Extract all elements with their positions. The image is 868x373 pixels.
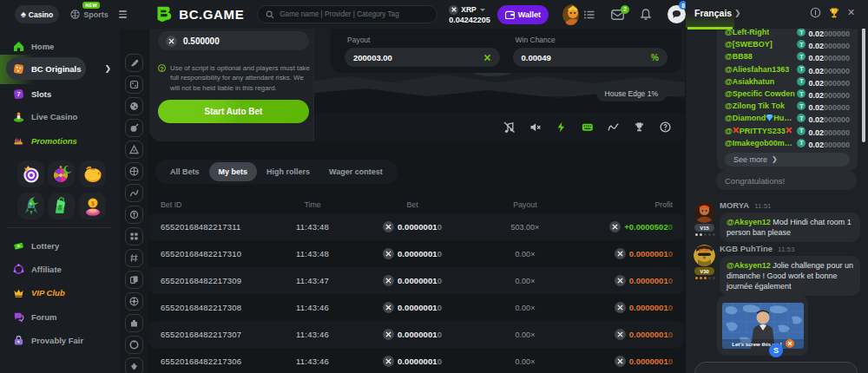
user-avatar[interactable] bbox=[562, 4, 579, 25]
hotkeys-keyboard-icon[interactable] bbox=[582, 121, 593, 133]
chat-language-tab[interactable]: Français bbox=[694, 8, 732, 18]
tab-my-bets[interactable]: My bets bbox=[209, 162, 258, 181]
sidebar-item-promotions[interactable]: Promotions bbox=[0, 130, 119, 151]
mention[interactable]: @Aksyen12 bbox=[727, 261, 771, 270]
notifications-button[interactable] bbox=[641, 9, 651, 20]
rain-username[interactable]: @Asiakhatun bbox=[725, 77, 774, 86]
promo-lucky-wheel[interactable] bbox=[48, 160, 75, 187]
chat-rules-icon[interactable] bbox=[810, 7, 821, 18]
rain-username[interactable]: @Imakegob00m… bbox=[725, 139, 792, 147]
sidebar-item-affiliate[interactable]: Affiliate bbox=[0, 258, 119, 279]
promo-cash-tag[interactable]: $ bbox=[48, 193, 75, 219]
tab-wager-contest[interactable]: Wager contest bbox=[319, 162, 392, 181]
wallet-button[interactable]: Wallet bbox=[497, 5, 549, 24]
bet-id: 65520168482217306 bbox=[161, 357, 269, 366]
win-chance-input[interactable]: 0.00049 % bbox=[513, 48, 668, 67]
trophy-icon[interactable] bbox=[828, 7, 840, 19]
promo-coin-drop[interactable]: $ bbox=[79, 193, 106, 219]
rain-username[interactable]: @[SWEBOY] bbox=[725, 40, 773, 49]
bet-row[interactable]: 6552016848221731011:43:480.000000100.00×… bbox=[148, 240, 684, 267]
topbar: ♠ Casino Sports NEW BC.GAME Game name | … bbox=[0, 0, 686, 29]
sidebar-item-forum[interactable]: Forum bbox=[0, 306, 119, 327]
logo[interactable]: BC.GAME bbox=[155, 5, 244, 23]
bet-time: 11:43:48 bbox=[269, 222, 356, 232]
bet-row[interactable]: 6552016848221731111:43:480.00000010503.0… bbox=[148, 213, 684, 240]
chat-sticker[interactable]: Let's screw this up ! bbox=[717, 295, 808, 356]
bet-amount-input[interactable]: 0.500000 bbox=[158, 31, 309, 50]
rain-username[interactable]: @BB88 bbox=[725, 52, 753, 61]
avatar-kgb-puhtine[interactable]: ATOMIC bbox=[694, 245, 715, 266]
search-input[interactable]: Game name | Provider | Category Tag bbox=[257, 5, 437, 23]
rail-game-baccarat-icon[interactable] bbox=[125, 357, 143, 373]
rail-game-plinko-icon[interactable] bbox=[125, 141, 143, 159]
payout-input[interactable]: 200003.00 bbox=[345, 48, 500, 67]
rain-username[interactable]: @Zilong Tik Tok bbox=[725, 101, 785, 110]
bet-row[interactable]: 6552016848221730611:43:460.000000100.00×… bbox=[148, 348, 684, 373]
sidebar-item-vip-club[interactable]: VIP Club bbox=[0, 282, 119, 303]
rail-game-ring-of-fortune-icon[interactable] bbox=[125, 336, 143, 354]
menu-burger-icon[interactable] bbox=[119, 10, 128, 18]
tab-all-bets[interactable]: All Bets bbox=[161, 162, 209, 181]
sidebar-item-lottery[interactable]: Lottery bbox=[0, 235, 119, 256]
bet-row[interactable]: 6552016848221730711:43:460.000000100.00×… bbox=[148, 321, 684, 348]
rail-game-mines-icon[interactable] bbox=[125, 119, 143, 137]
promo-rocket[interactable] bbox=[17, 193, 44, 219]
chat-username[interactable]: MORYA11:51 bbox=[720, 200, 772, 210]
rail-game-classic-dice-icon[interactable] bbox=[125, 75, 143, 94]
promo-spin-target[interactable] bbox=[17, 160, 44, 187]
chat-scrollbar[interactable] bbox=[862, 22, 865, 142]
rain-username[interactable]: @PRITTYS233 bbox=[725, 127, 792, 135]
rail-game-crash-icon[interactable] bbox=[125, 54, 143, 72]
sports-toggle[interactable]: Sports NEW bbox=[70, 10, 108, 19]
rail-game-video-poker-icon[interactable] bbox=[125, 271, 143, 289]
sidebar-item-live-casino[interactable]: Live Casino bbox=[0, 106, 119, 127]
rain-username[interactable]: @Left-Right bbox=[725, 29, 769, 36]
close-icon[interactable]: ✕ bbox=[847, 7, 855, 18]
bet-payout: 503.00× bbox=[469, 223, 582, 232]
win-chance-label: Win Chance bbox=[516, 36, 668, 44]
currency-selector[interactable]: XRP 0.04242205 bbox=[449, 5, 490, 24]
rail-game-wheel-icon[interactable] bbox=[125, 162, 143, 180]
rain-username[interactable]: @DiamondHu… bbox=[725, 114, 792, 122]
chat-bubble: @Aksyen12 Mod Hindi chat room 1 person b… bbox=[720, 213, 860, 242]
chat-toggle-button[interactable]: 8 bbox=[667, 5, 686, 23]
xrp-coin-icon bbox=[615, 329, 626, 340]
mention[interactable]: @Aksyen12 bbox=[727, 218, 771, 226]
bet-payout: 0.00× bbox=[469, 357, 582, 366]
chat-username[interactable]: KGB PuhTine11:53 bbox=[720, 244, 795, 253]
turbo-bolt-icon[interactable] bbox=[556, 121, 567, 133]
see-more-button[interactable]: See more ❯ bbox=[725, 153, 850, 167]
sidebar-item-bc-originals[interactable]: BC Originals ❯ bbox=[0, 58, 119, 79]
rail-game-coinflip-icon[interactable] bbox=[125, 206, 143, 224]
sidebar-item-provably-fair[interactable]: Provably Fair bbox=[0, 330, 119, 350]
sidebar-item-home[interactable]: Home bbox=[0, 36, 119, 56]
tab-high-rollers[interactable]: High rollers bbox=[257, 162, 319, 181]
avatar-morya[interactable] bbox=[694, 201, 715, 223]
tournament-cup-icon[interactable] bbox=[634, 121, 645, 133]
rain-username[interactable]: @Specific Cowden bbox=[725, 89, 795, 98]
bet-row[interactable]: 6552016848221730911:43:470.000000100.00×… bbox=[148, 267, 684, 294]
start-auto-bet-button[interactable]: Start Auto Bet bbox=[158, 100, 309, 123]
sidebar: Home BC Originals ❯ 7 Slots Live Casino … bbox=[0, 29, 119, 373]
inbox-button[interactable]: 2 bbox=[611, 10, 624, 20]
help-circle-icon[interactable] bbox=[660, 121, 671, 133]
bet-row[interactable]: 6552016848221730811:43:460.000000100.00×… bbox=[148, 294, 684, 321]
rail-game-limbo-icon[interactable] bbox=[125, 184, 143, 202]
sound-off-icon[interactable] bbox=[529, 121, 541, 133]
chevron-right-icon: ❯ bbox=[104, 64, 111, 73]
rail-game-hash-dice-icon[interactable] bbox=[125, 249, 143, 267]
xrp-coin-icon bbox=[615, 356, 626, 367]
promo-piggy-bank[interactable] bbox=[79, 160, 106, 187]
rail-game-tower-icon[interactable] bbox=[125, 314, 143, 332]
betslip-icon[interactable] bbox=[584, 10, 595, 19]
rail-game-roulette-icon[interactable] bbox=[125, 292, 143, 311]
trends-graph-icon[interactable] bbox=[608, 121, 619, 133]
chat-input[interactable] bbox=[694, 362, 858, 373]
music-off-icon[interactable] bbox=[503, 121, 515, 133]
rail-game-ultimate-dice-icon[interactable] bbox=[125, 97, 143, 115]
casino-toggle[interactable]: ♠ Casino bbox=[15, 5, 59, 23]
chevron-right-icon[interactable]: ❯ bbox=[734, 9, 741, 17]
rail-game-keno-icon[interactable] bbox=[125, 227, 143, 245]
rain-username[interactable]: @Aliesfahan1363 bbox=[725, 65, 789, 74]
sidebar-item-slots[interactable]: 7 Slots bbox=[0, 83, 119, 104]
